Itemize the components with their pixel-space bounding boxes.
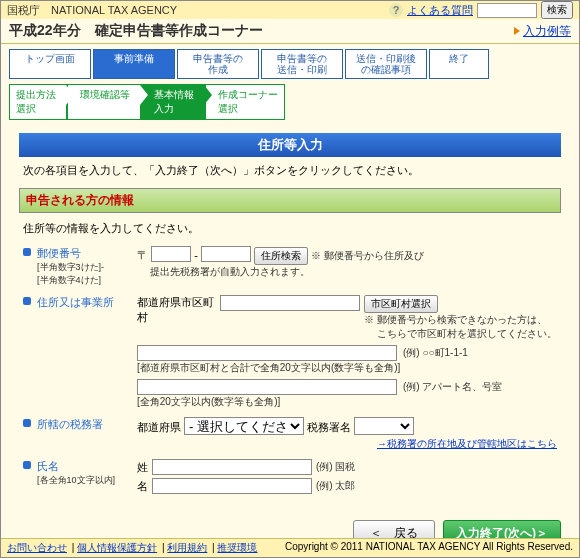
postal-input-1[interactable] bbox=[151, 246, 191, 262]
office-label: 所轄の税務署 bbox=[37, 417, 137, 432]
name-sub: [各全角10文字以内] bbox=[37, 474, 137, 487]
address-hint1: [都道府県市区町村と合計で全角20文字以内(数字等も全角)] bbox=[137, 361, 557, 375]
tax-office-label: 税務署名 bbox=[307, 421, 351, 433]
postal-sep: - bbox=[194, 249, 198, 261]
section-bar: 申告される方の情報 bbox=[19, 188, 561, 213]
sub-tab-corner[interactable]: 作成コーナー 選択 bbox=[205, 84, 285, 120]
postal-input-2[interactable] bbox=[201, 246, 251, 262]
page-banner: 住所等入力 bbox=[19, 133, 561, 157]
pref-select[interactable]: - 選択してください - bbox=[184, 417, 304, 435]
postal-sub2: [半角数字4けた] bbox=[37, 274, 137, 287]
section-sub: 住所等の情報を入力してください。 bbox=[23, 221, 561, 236]
city-select-button[interactable]: 市区町村選択 bbox=[364, 295, 438, 313]
page-title: 平成22年分 確定申告書等作成コーナー bbox=[9, 22, 263, 40]
sub-tab-basic[interactable]: 基本情報 入力 bbox=[141, 84, 205, 120]
pref-city-input[interactable] bbox=[220, 295, 360, 311]
pref-label: 都道府県市区町村 bbox=[137, 295, 216, 325]
address-search-button[interactable]: 住所検索 bbox=[254, 247, 308, 265]
mei-label: 名 bbox=[137, 479, 148, 494]
postal-mark: 〒 bbox=[137, 249, 148, 261]
lastname-input[interactable] bbox=[152, 459, 312, 475]
footer-link-terms[interactable]: 利用規約 bbox=[167, 542, 207, 553]
name-label: 氏名 bbox=[37, 459, 137, 474]
nav-step-top[interactable]: トップ画面 bbox=[9, 49, 91, 79]
search-button[interactable]: 検索 bbox=[541, 1, 573, 19]
instruction-text: 次の各項目を入力して、「入力終了（次へ）」ボタンをクリックしてください。 bbox=[23, 163, 561, 178]
nav-step-prep[interactable]: 事前準備 bbox=[93, 49, 175, 79]
address-label: 住所又は事業所 bbox=[37, 295, 137, 310]
copyright: Copyright © 2011 NATIONAL TAX AGENCY All… bbox=[285, 541, 573, 555]
faq-link[interactable]: よくある質問 bbox=[407, 3, 473, 18]
address-line2-input[interactable] bbox=[137, 379, 397, 395]
input-examples-link[interactable]: 入力例等 bbox=[523, 23, 571, 40]
bullet-icon bbox=[23, 461, 31, 469]
sei-example: (例) 国税 bbox=[316, 460, 355, 474]
firstname-input[interactable] bbox=[152, 478, 312, 494]
postal-sub1: [半角数字3けた]- bbox=[37, 261, 137, 274]
arrow-icon bbox=[514, 27, 520, 35]
tax-office-link[interactable]: →税務署の所在地及び管轄地区はこちら bbox=[377, 438, 557, 449]
footer-link-privacy[interactable]: 個人情報保護方針 bbox=[77, 542, 157, 553]
address-note: ※ 郵便番号から検索できなかった方は、 こちらで市区町村を選択してください。 bbox=[364, 313, 557, 341]
address-hint2: [全角20文字以内(数字等も全角)] bbox=[137, 395, 557, 409]
footer-link-env[interactable]: 推奨環境 bbox=[217, 542, 257, 553]
footer-link-contact[interactable]: お問い合わせ bbox=[7, 542, 67, 553]
bullet-icon bbox=[23, 297, 31, 305]
bullet-icon bbox=[23, 248, 31, 256]
search-input[interactable] bbox=[477, 3, 537, 18]
address-ex1: (例) ○○町1-1-1 bbox=[403, 346, 468, 360]
sub-tab-env[interactable]: 環境確認等 bbox=[67, 84, 141, 120]
agency-label: 国税庁 NATIONAL TAX AGENCY bbox=[7, 3, 177, 18]
nav-step-send[interactable]: 申告書等の 送信・印刷 bbox=[261, 49, 343, 79]
nav-step-end[interactable]: 終了 bbox=[429, 49, 489, 79]
section-title: 申告される方の情報 bbox=[26, 193, 134, 207]
mei-example: (例) 太郎 bbox=[316, 479, 355, 493]
question-icon: ? bbox=[389, 3, 403, 17]
nav-step-create[interactable]: 申告書等の 作成 bbox=[177, 49, 259, 79]
sei-label: 姓 bbox=[137, 460, 148, 475]
office-pref-label: 都道府県 bbox=[137, 421, 181, 433]
address-ex2: (例) アパート名、号室 bbox=[403, 380, 502, 394]
nav-step-confirm[interactable]: 送信・印刷後 の確認事項 bbox=[345, 49, 427, 79]
tax-office-select[interactable] bbox=[354, 417, 414, 435]
address-line1-input[interactable] bbox=[137, 345, 397, 361]
sub-tab-method[interactable]: 提出方法 選択 bbox=[9, 84, 67, 120]
postal-label: 郵便番号 bbox=[37, 246, 137, 261]
bullet-icon bbox=[23, 419, 31, 427]
